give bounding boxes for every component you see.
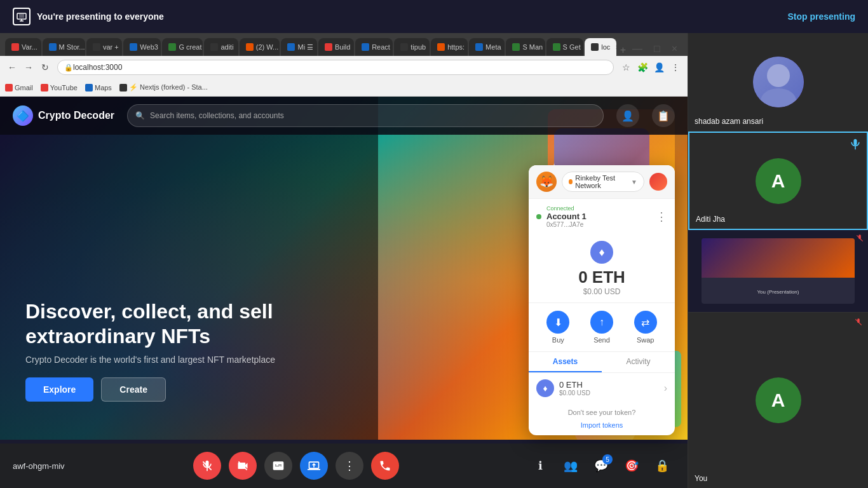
shadab-video-container: shadab azam ansari <box>688 33 868 131</box>
chat-button[interactable]: 💬 5 <box>588 453 614 478</box>
browser-tab[interactable]: https:× <box>431 38 468 56</box>
meeting-info-button[interactable]: ℹ <box>527 453 553 478</box>
presenting-banner: You're presenting to everyone Stop prese… <box>0 0 868 33</box>
maximize-button[interactable]: □ <box>649 42 665 56</box>
eth-asset-row[interactable]: ♦ 0 ETH $0.00 USD › <box>529 373 675 403</box>
speaking-indicator-icon <box>849 138 862 154</box>
activity-tab[interactable]: Activity <box>602 352 675 372</box>
explore-button[interactable]: Explore <box>25 377 93 402</box>
metamask-action-buttons: ⬇ Buy ↑ Send ⇄ Swap <box>529 303 675 352</box>
browser-tab[interactable]: Meta× <box>469 38 505 56</box>
svg-rect-1 <box>19 14 24 18</box>
create-button[interactable]: Create <box>101 377 166 402</box>
metamask-account-avatar[interactable] <box>649 173 667 191</box>
back-button[interactable]: ← <box>5 60 19 74</box>
presenting-icon <box>13 8 31 25</box>
chat-notification-badge: 5 <box>602 454 613 464</box>
eth-asset-info: 0 ETH $0.00 USD <box>559 380 664 396</box>
meeting-controls-bar: awf-ohgm-miv ⋮ <box>0 444 688 488</box>
menu-button[interactable]: ⋮ <box>668 60 682 74</box>
more-options-button[interactable]: ⋮ <box>336 452 363 480</box>
eth-icon: ♦ <box>590 241 613 264</box>
metamask-network-selector[interactable]: Rinkeby Test Network ▼ <box>562 172 644 192</box>
nft-logo: 🔷 Crypto Decoder <box>13 105 114 126</box>
wallet-icon[interactable]: 📋 <box>652 104 675 127</box>
import-tokens-link[interactable]: Import tokens <box>529 421 675 435</box>
nft-navbar: 🔷 Crypto Decoder 🔍 Search items, collect… <box>0 97 688 135</box>
shadab-photo <box>753 57 804 107</box>
activities-button[interactable]: 🎯 <box>619 453 644 478</box>
close-button[interactable]: × <box>667 42 682 56</box>
your-mic-off-icon <box>854 318 863 329</box>
end-call-button[interactable] <box>371 452 399 480</box>
network-chevron-icon: ▼ <box>631 179 637 186</box>
bookmark-gmail[interactable]: Gmail <box>5 84 33 92</box>
browser-tab[interactable]: var +× <box>86 38 122 56</box>
url-bar[interactable]: 🔒 localhost:3000 <box>57 60 614 75</box>
browser-tab[interactable]: Web3× <box>123 38 161 56</box>
browser-tab-active[interactable]: loc× <box>585 38 616 56</box>
bookmark-youtube[interactable]: YouTube <box>41 84 78 92</box>
browser-tab[interactable]: Build× <box>318 38 354 56</box>
your-screen-thumbnail: You (Presentation) <box>688 230 868 313</box>
aditi-name: Aditi Jha <box>696 215 725 224</box>
account-info: Connected Account 1 0x577...JA7e <box>546 205 651 228</box>
mute-microphone-button[interactable] <box>193 452 221 480</box>
send-icon: ↑ <box>590 311 613 334</box>
browser-tab[interactable]: React× <box>355 38 393 56</box>
browser-tab[interactable]: S Get× <box>546 38 584 56</box>
profile-icon[interactable]: 👤 <box>652 60 666 74</box>
stop-camera-button[interactable] <box>229 452 257 480</box>
usd-amount: $0.00 USD <box>535 287 668 296</box>
stop-presenting-button[interactable]: Stop presenting <box>787 11 855 22</box>
bookmark-nextjs[interactable]: ⚡ Nextjs (forked) - Sta... <box>119 83 208 92</box>
browser-tab[interactable]: G creat× <box>162 38 203 56</box>
screen-share-area: Var...× M Stor...× var +× Web3× G creat×… <box>0 33 688 488</box>
browser-tab[interactable]: Mi ☰× <box>281 38 316 56</box>
browser-tab[interactable]: Var...× <box>5 38 41 56</box>
account-address: 0x577...JA7e <box>546 221 651 228</box>
share-screen-button[interactable] <box>300 452 328 480</box>
aditi-video-container: A Aditi Jha <box>689 133 867 229</box>
network-status-dot <box>569 179 573 184</box>
participants-button[interactable]: 👥 <box>558 453 583 478</box>
minimize-button[interactable]: — <box>627 42 648 56</box>
metamask-fox-icon: 🦊 <box>536 172 557 192</box>
forward-button[interactable]: → <box>22 60 36 74</box>
you-thumb-content: You (Presentation) <box>688 230 868 312</box>
captions-button[interactable] <box>264 452 292 480</box>
svg-point-10 <box>767 64 790 87</box>
extension-icon[interactable]: 🧩 <box>635 60 649 74</box>
browser-tabs-bar: Var...× M Stor...× var +× Web3× G creat×… <box>0 33 688 56</box>
reload-button[interactable]: ↻ <box>38 60 52 74</box>
account-more-options[interactable]: ⋮ <box>656 210 667 224</box>
asset-usd: $0.00 USD <box>559 390 664 396</box>
your-mic-muted-icon <box>855 234 864 245</box>
send-button[interactable]: ↑ Send <box>590 311 613 344</box>
swap-label: Swap <box>637 336 654 344</box>
browser-tab[interactable]: M Stor...× <box>43 38 85 56</box>
swap-icon: ⇄ <box>634 311 657 334</box>
asset-name: 0 ETH <box>559 380 664 390</box>
browser-window-controls: — □ × <box>627 42 682 56</box>
account-name: Account 1 <box>546 212 651 221</box>
browser-tab[interactable]: tipub× <box>394 38 430 56</box>
browser-tab[interactable]: S Man× <box>506 38 545 56</box>
you-video-container: A You <box>688 313 868 488</box>
participant-you: A You <box>688 313 868 488</box>
nft-search-bar[interactable]: 🔍 Search items, collections, and account… <box>127 104 604 127</box>
nft-logo-icon: 🔷 <box>13 105 33 126</box>
user-profile-icon[interactable]: 👤 <box>616 104 639 127</box>
nft-hero-subtitle: Crypto Decoder is the world's first and … <box>25 355 280 365</box>
browser-tab[interactable]: aditi× <box>204 38 238 56</box>
swap-button[interactable]: ⇄ Swap <box>634 311 657 344</box>
controls-right: ℹ 👥 💬 5 🎯 🔒 <box>527 453 675 478</box>
security-button[interactable]: 🔒 <box>649 453 675 478</box>
assets-tab[interactable]: Assets <box>529 352 602 372</box>
bookmark-star[interactable]: ☆ <box>619 60 633 74</box>
browser-tab[interactable]: (2) W...× <box>240 38 280 56</box>
bookmark-maps[interactable]: Maps <box>85 84 112 92</box>
new-tab-button[interactable]: + <box>620 44 626 56</box>
url-text: localhost:3000 <box>73 63 122 72</box>
buy-button[interactable]: ⬇ Buy <box>546 311 569 344</box>
